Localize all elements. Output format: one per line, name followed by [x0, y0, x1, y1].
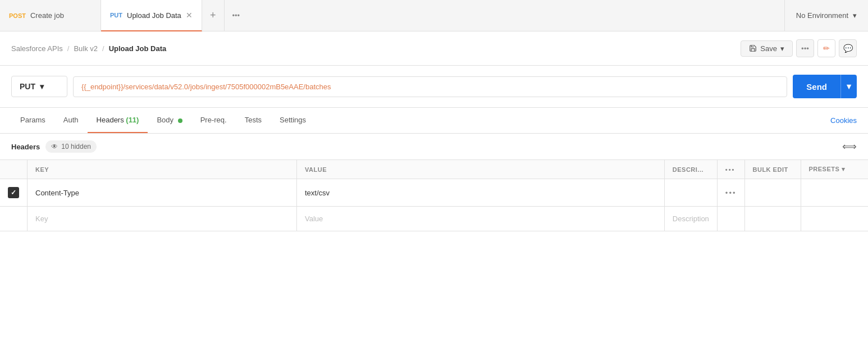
expand-headers-button[interactable]: ⟺	[842, 140, 857, 153]
post-badge: POST	[9, 12, 26, 19]
expand-icon: ⟺	[842, 141, 857, 152]
row-1-more[interactable]: •••	[717, 179, 744, 207]
table-row: Key Value Description	[0, 207, 868, 231]
send-button[interactable]: Send ▾	[793, 75, 857, 98]
table-row: Content-Type text/csv •••	[0, 179, 868, 207]
save-label: Save	[760, 44, 777, 53]
more-options-button[interactable]: •••	[796, 39, 814, 57]
eye-icon: 👁	[51, 143, 58, 150]
tab-body-label: Body	[157, 116, 173, 124]
row-2-description[interactable]: Description	[664, 207, 717, 231]
row-1-bulk	[744, 179, 801, 207]
save-chevron-icon: ▾	[780, 44, 784, 53]
row-1-value[interactable]: text/csv	[297, 179, 665, 207]
col-header-key: KEY	[28, 160, 297, 179]
environment-label: No Environment	[796, 11, 848, 20]
hidden-count-label: 10 hidden	[61, 143, 91, 150]
tab-more-icon: •••	[232, 11, 240, 20]
send-label: Send	[793, 75, 840, 98]
comment-icon: 💬	[843, 44, 853, 53]
tab-more-button[interactable]: •••	[225, 0, 248, 31]
row-1-key[interactable]: Content-Type	[28, 179, 297, 207]
row-2-more	[717, 207, 744, 231]
tab-tests-label: Tests	[245, 116, 262, 124]
col-header-bulk[interactable]: Bulk Edit	[744, 160, 801, 179]
put-badge: PUT	[110, 12, 122, 19]
tab-bar: POST Create job PUT Upload Job Data ✕ + …	[0, 0, 868, 31]
col-header-checkbox	[0, 160, 28, 179]
comment-button[interactable]: 💬	[839, 39, 857, 57]
cookies-label: Cookies	[830, 116, 857, 125]
row-2-checkbox-cell	[0, 207, 28, 231]
method-chevron-icon: ▾	[40, 82, 44, 91]
headers-section-label: Headers	[11, 143, 40, 151]
tab-create-job-label: Create job	[30, 11, 64, 20]
breadcrumb-salesforce-apis[interactable]: Salesforce APIs	[11, 44, 63, 53]
breadcrumb-bulk-v2[interactable]: Bulk v2	[74, 44, 98, 53]
url-input[interactable]	[73, 76, 787, 97]
breadcrumb-sep-2: /	[102, 44, 104, 53]
tab-upload-job-data-label: Upload Job Data	[127, 11, 181, 20]
tab-settings[interactable]: Settings	[271, 108, 315, 133]
more-options-icon: •••	[801, 44, 809, 53]
save-button[interactable]: Save ▾	[741, 40, 793, 57]
tab-auth[interactable]: Auth	[54, 108, 88, 133]
row-1-description[interactable]	[664, 179, 717, 207]
breadcrumb-bar: Salesforce APIs / Bulk v2 / Upload Job D…	[0, 31, 868, 66]
breadcrumb-current: Upload Job Data	[109, 44, 167, 53]
tab-headers-label: Headers	[97, 116, 124, 124]
method-dropdown[interactable]: PUT ▾	[11, 76, 67, 97]
headers-table: KEY VALUE DESCRI... ••• Bulk Edit Preset…	[0, 160, 868, 231]
edit-icon: ✏	[823, 44, 830, 53]
tab-upload-job-data[interactable]: PUT Upload Job Data ✕	[101, 0, 202, 31]
headers-count: (11)	[126, 116, 139, 124]
add-tab-button[interactable]: +	[202, 0, 225, 31]
col-header-value: VALUE	[297, 160, 665, 179]
row-1-checkbox-cell[interactable]	[0, 179, 28, 207]
col-header-presets[interactable]: Presets ▾	[801, 160, 868, 179]
tab-tests[interactable]: Tests	[236, 108, 271, 133]
breadcrumb-actions: Save ▾ ••• ✏ 💬	[741, 39, 857, 57]
row-2-value[interactable]: Value	[297, 207, 665, 231]
breadcrumb-sep-1: /	[67, 44, 70, 53]
add-tab-icon: +	[210, 10, 216, 21]
request-tabs-row: Params Auth Headers (11) Body Pre-req. T…	[0, 108, 868, 134]
col-header-more: •••	[717, 160, 744, 179]
method-label: PUT	[20, 82, 35, 91]
row-1-more-icon: •••	[725, 189, 737, 197]
body-dot-icon	[178, 118, 182, 123]
hidden-headers-badge[interactable]: 👁 10 hidden	[45, 140, 97, 153]
cookies-link[interactable]: Cookies	[830, 116, 857, 125]
headers-section-bar: Headers 👁 10 hidden ⟺	[0, 134, 868, 160]
col-more-dots-icon: •••	[725, 166, 735, 173]
tab-body[interactable]: Body	[148, 108, 191, 133]
environment-chevron-icon: ▾	[853, 11, 857, 20]
tab-prereq-label: Pre-req.	[200, 116, 227, 124]
col-header-description: DESCRI...	[664, 160, 717, 179]
tab-auth-label: Auth	[63, 116, 79, 124]
edit-button[interactable]: ✏	[817, 39, 835, 57]
request-line: PUT ▾ Send ▾	[0, 66, 868, 108]
tab-settings-label: Settings	[280, 116, 306, 124]
tab-create-job[interactable]: POST Create job	[0, 0, 101, 31]
row-2-key[interactable]: Key	[28, 207, 297, 231]
close-tab-icon[interactable]: ✕	[186, 11, 193, 20]
row-1-checkbox[interactable]	[8, 187, 19, 198]
tab-params-label: Params	[20, 116, 45, 124]
row-2-bulk	[744, 207, 801, 231]
tab-params[interactable]: Params	[11, 108, 54, 133]
tab-headers[interactable]: Headers (11)	[88, 108, 148, 133]
row-2-presets	[801, 207, 868, 231]
row-1-presets	[801, 179, 868, 207]
environment-selector[interactable]: No Environment ▾	[784, 0, 868, 31]
save-icon	[749, 44, 757, 52]
tab-prereq[interactable]: Pre-req.	[191, 108, 236, 133]
send-dropdown-icon[interactable]: ▾	[840, 75, 857, 98]
